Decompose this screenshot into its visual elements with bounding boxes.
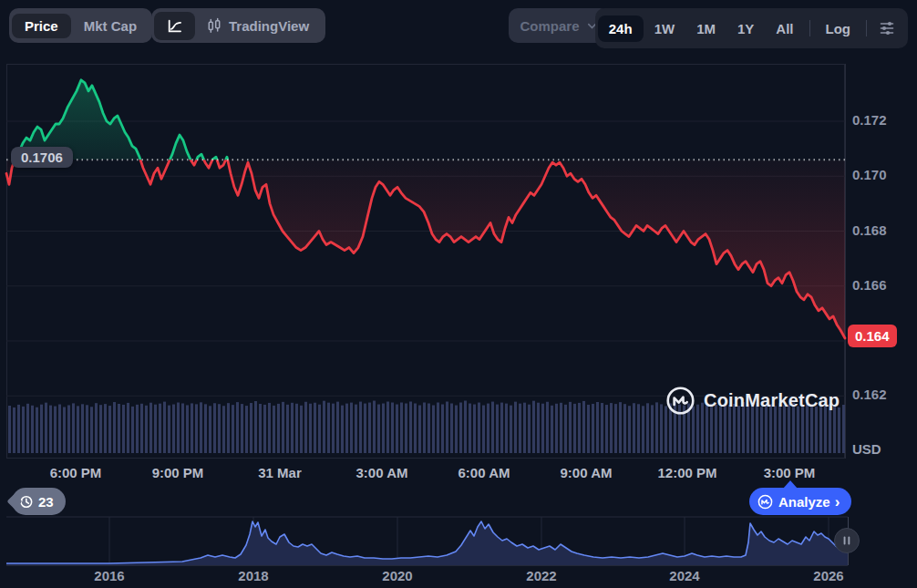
x-tick-label: 6:00 AM: [458, 465, 510, 480]
coinmarketcap-logo-icon: [665, 386, 695, 416]
analyze-label: Analyze: [778, 494, 830, 510]
history-clock-icon: [18, 494, 34, 510]
x-tick-label: 31 Mar: [258, 465, 302, 480]
analyze-pointer: [783, 480, 798, 489]
candlestick-icon: [206, 17, 222, 35]
chart-type-toggle: TradingView: [151, 8, 325, 43]
tab-price[interactable]: Price: [12, 14, 71, 38]
line-chart-button[interactable]: [154, 12, 195, 40]
line-chart-icon: [166, 17, 183, 35]
x-tick-label: 9:00 PM: [152, 465, 204, 480]
y-tick-label: 0.162: [852, 387, 887, 402]
currency-label: USD: [852, 441, 881, 457]
x-tick-label: 3:00 PM: [764, 465, 816, 480]
navigator-year-label: 2022: [526, 568, 556, 583]
metric-toggle: Price Mkt Cap: [9, 8, 152, 43]
range-1y[interactable]: 1Y: [726, 15, 765, 42]
navigator-year-label: 2024: [669, 568, 699, 583]
divider: [809, 20, 810, 36]
x-tick-label: 9:00 AM: [561, 465, 613, 480]
tradingview-label: TradingView: [229, 18, 309, 34]
tab-mktcap[interactable]: Mkt Cap: [71, 14, 149, 38]
navigator-year-label: 2020: [382, 568, 412, 583]
divider: [866, 20, 867, 36]
navigator-year-label: 2016: [94, 568, 124, 583]
navigator-year-label: 2026: [813, 568, 843, 583]
y-tick-label: 0.170: [852, 167, 887, 182]
navigator-handle[interactable]: [835, 529, 860, 553]
y-tick-label: 0.166: [852, 277, 887, 293]
x-tick-label: 3:00 AM: [356, 465, 408, 480]
range-24h[interactable]: 24h: [598, 15, 644, 42]
y-tick-label: 0.168: [852, 222, 887, 238]
x-tick-label: 6:00 PM: [50, 465, 102, 480]
compare-label: Compare: [520, 18, 579, 34]
range-1w[interactable]: 1W: [644, 15, 686, 42]
sliders-icon: [878, 19, 896, 37]
range-all[interactable]: All: [765, 15, 804, 42]
y-tick-label: 0.172: [852, 112, 887, 128]
price-chart-page: Price Mkt Cap TradingView Compare: [0, 0, 917, 588]
tradingview-button[interactable]: TradingView: [195, 17, 323, 35]
watermark-label: CoinMarketCap: [704, 390, 840, 411]
coinmarketcap-watermark: CoinMarketCap: [665, 386, 840, 416]
analyze-chevron-icon: ›: [835, 494, 840, 510]
time-range-group: 24h 1W 1M 1Y All Log: [595, 8, 908, 48]
navigator-year-label: 2018: [238, 568, 268, 583]
last-price-label: 0.164: [848, 325, 897, 347]
open-price-label: 0.1706: [11, 147, 73, 168]
range-1m[interactable]: 1M: [685, 15, 726, 42]
history-badge[interactable]: 23: [12, 488, 66, 515]
x-tick-label: 12:00 PM: [657, 465, 716, 480]
compare-button[interactable]: Compare: [509, 8, 609, 43]
cmc-logo-icon: [757, 494, 773, 510]
analyze-button[interactable]: Analyze ›: [749, 488, 851, 515]
log-toggle[interactable]: Log: [815, 15, 862, 42]
history-count: 23: [38, 494, 54, 510]
chart-settings-button[interactable]: [871, 19, 902, 37]
